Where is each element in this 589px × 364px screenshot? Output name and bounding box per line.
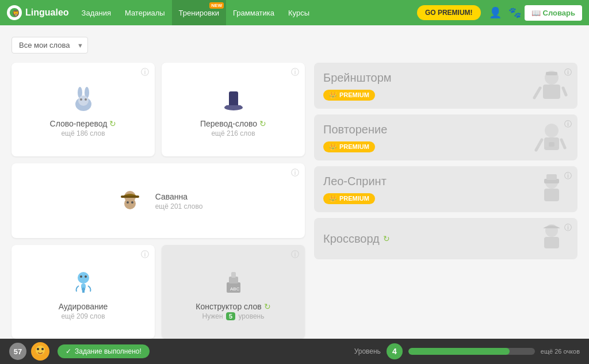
sheriff-icon <box>531 218 572 257</box>
svg-rect-38 <box>546 174 557 180</box>
svg-rect-41 <box>544 237 559 248</box>
card-icon-slovo-perevod <box>67 82 100 114</box>
logo-text: Lingualeo <box>25 7 69 18</box>
svg-line-29 <box>534 88 540 98</box>
savanna-text: Саванна ещё 201 слово <box>155 192 203 210</box>
card-subtitle-konstruktor: Нужен 5 уровень <box>202 312 265 320</box>
navbar: 🦁 Lingualeo Задания Материалы Тренировки… <box>0 0 589 25</box>
card-perevod-slovo[interactable]: ⓘ Перевод-слово ↻ ещё 216 слов <box>162 63 305 156</box>
xp-text: ещё 26 очков <box>541 348 580 355</box>
krossword-title: Кроссворд ↻ <box>323 232 390 246</box>
card-audirovanie[interactable]: ⓘ Аудирование ещё 20 <box>12 245 155 339</box>
filter-select[interactable]: Все мои слова <box>12 37 88 53</box>
nav-grammatika-label: Грамматика <box>233 9 274 17</box>
card-povtorenie[interactable]: Повторение 👑 PREMIUM ⓘ <box>314 114 577 160</box>
bottom-right: Уровень 4 ещё 26 очков <box>354 343 580 359</box>
card-krossword[interactable]: Кроссворд ↻ ⓘ <box>314 218 577 259</box>
svg-rect-27 <box>543 85 560 99</box>
card-icon-konstruktor: ABC <box>217 265 250 297</box>
card-icon-perevod-slovo <box>217 82 250 114</box>
svg-rect-24 <box>231 272 236 278</box>
nav-trenirovki[interactable]: Тренировки NEW <box>172 0 226 25</box>
info-icon-perevod-slovo: ⓘ <box>291 67 299 78</box>
svg-point-13 <box>124 198 136 209</box>
card-icon-audirovanie <box>67 265 100 297</box>
cowboy-icon <box>114 183 146 215</box>
card-breinshtorm[interactable]: Брейншторм 👑 PREMIUM ⓘ <box>314 63 577 109</box>
filter-row: Все мои слова ▼ <box>12 37 577 53</box>
card-title-audirovanie: Аудирование <box>59 302 108 311</box>
svg-point-17 <box>80 275 82 278</box>
krossword-content: Кроссворд ↻ <box>323 232 390 246</box>
xp-bar <box>408 348 535 355</box>
cards-area: ⓘ Слово-перевод ↻ ещё 186 слов <box>12 63 577 339</box>
xp-bar-fill <box>408 348 510 355</box>
user-icon-button[interactable]: 👤 <box>485 6 505 19</box>
povtorenie-img <box>531 118 572 160</box>
card-savanna[interactable]: ⓘ Саванна <box>12 163 305 239</box>
card-subtitle-slovo-perevod: ещё 186 слов <box>61 129 105 137</box>
breinshtorm-img <box>531 66 572 109</box>
repeat-icon-konstruktor: ↻ <box>264 302 271 311</box>
slovar-button[interactable]: 📖 Словарь <box>525 5 582 21</box>
povtorenie-premium-badge: 👑 PREMIUM <box>323 141 375 152</box>
paw-icon-button[interactable]: 🐾 <box>505 6 525 19</box>
info-icon-slovo-perevod: ⓘ <box>141 67 149 78</box>
rabbit-icon <box>67 82 100 114</box>
main-content: Все мои слова ▼ ⓘ <box>0 25 589 339</box>
svg-rect-10 <box>225 105 242 109</box>
svg-point-7 <box>85 98 87 101</box>
nav-zadaniya[interactable]: Задания <box>75 0 118 25</box>
card-title-perevod-slovo: Перевод-слово ↻ <box>200 119 266 128</box>
task-done-badge: ✓ Задание выполнено! <box>58 344 150 358</box>
lion-svg <box>30 341 51 362</box>
leo-sprint-premium-badge: 👑 PREMIUM <box>323 193 375 204</box>
card-title-savanna: Саванна <box>155 192 203 201</box>
left-panel: ⓘ Слово-перевод ↻ ещё 186 слов <box>12 63 305 339</box>
nav-materialy[interactable]: Материалы <box>118 0 172 25</box>
card-konstruktor[interactable]: ⓘ ABC Конструктор слов ↻ Нужен 5 <box>162 245 305 339</box>
card-subtitle-audirovanie: ещё 209 слов <box>61 312 105 320</box>
svg-point-31 <box>545 124 559 137</box>
logo[interactable]: 🦁 Lingualeo <box>7 5 69 20</box>
repeat-icon-perevod-slovo: ↻ <box>259 119 266 128</box>
svg-point-14 <box>127 201 129 204</box>
savanna-inner: Саванна ещё 201 слово <box>114 183 203 220</box>
svg-line-34 <box>561 140 565 148</box>
svg-rect-9 <box>229 91 238 108</box>
svg-rect-28 <box>546 72 557 75</box>
paw-icon: 🐾 <box>508 7 521 18</box>
nav-zadaniya-label: Задания <box>82 9 111 17</box>
checkmark-icon: ✓ <box>66 347 71 355</box>
magician-icon <box>531 170 572 210</box>
svg-rect-39 <box>544 189 559 201</box>
logo-icon: 🦁 <box>7 5 22 20</box>
level-number: 4 <box>387 343 403 359</box>
filter-select-wrap[interactable]: Все мои слова ▼ <box>12 37 88 53</box>
card-subtitle-savanna: ещё 201 слово <box>155 202 203 210</box>
crown-icon-povtorenie: 👑 <box>329 143 337 151</box>
svg-rect-21 <box>82 288 85 293</box>
nav-grammatika[interactable]: Грамматика <box>226 0 281 25</box>
card-slovo-perevod[interactable]: ⓘ Слово-перевод ↻ ещё 186 слов <box>12 63 155 156</box>
repeat-icon-slovo-perevod: ↻ <box>109 119 116 128</box>
svg-line-33 <box>536 140 542 150</box>
slovar-label: Словарь <box>543 9 575 17</box>
crown-icon-leo-sprint: 👑 <box>329 195 337 202</box>
card-leo-sprint[interactable]: Лео-Спринт 👑 PREMIUM ⓘ <box>314 166 577 212</box>
svg-point-5 <box>78 95 89 106</box>
left-level-badge: 57 <box>9 343 26 360</box>
svg-point-6 <box>80 98 82 101</box>
svg-point-18 <box>85 275 87 278</box>
svg-rect-35 <box>549 142 554 147</box>
logo-svg: 🦁 <box>9 7 20 18</box>
nav-materialy-label: Материалы <box>125 9 165 17</box>
student-icon <box>531 118 572 158</box>
level-badge-konstruktor: 5 <box>226 312 235 320</box>
bottom-bar: 57 ✓ Задание выполнено! Уровень 4 ещё 26… <box>0 339 589 364</box>
info-icon-audirovanie: ⓘ <box>141 250 149 260</box>
premium-button[interactable]: GO PREMIUM! <box>417 5 481 20</box>
nav-kursy[interactable]: Курсы <box>281 0 316 25</box>
nav-kursy-label: Курсы <box>288 9 309 17</box>
svg-text:🦁: 🦁 <box>12 10 20 17</box>
